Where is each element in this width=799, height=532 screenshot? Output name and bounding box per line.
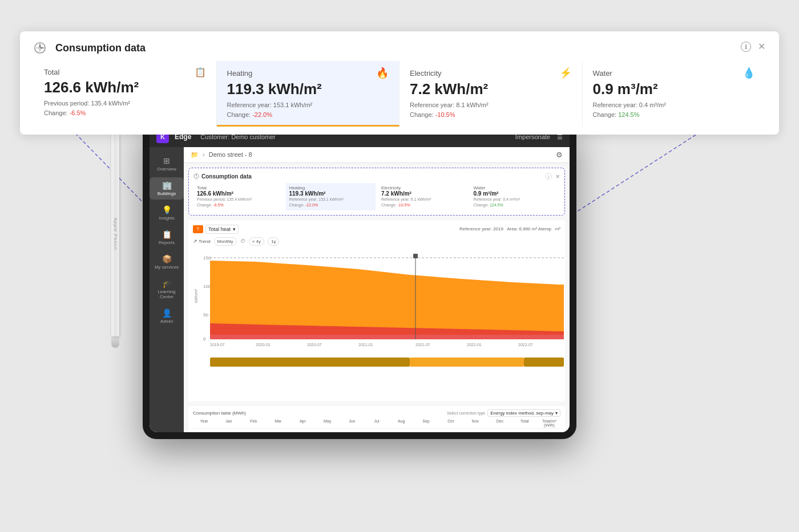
- sidebar-label-myservices: My services: [155, 265, 179, 270]
- svg-text:2022-01: 2022-01: [467, 343, 482, 347]
- tablet-screen: K Edge Customer: Demo customer Impersona…: [150, 127, 570, 432]
- sidebar-item-admin[interactable]: 👤 Admin: [150, 305, 184, 327]
- table-label: Consumption table (MWh): [193, 411, 246, 416]
- top-consumption-panel: Consumption data Total 📋 126.6 kWh/m² Pr…: [20, 31, 779, 135]
- svg-text:2021-01: 2021-01: [358, 343, 373, 347]
- tablet-content: ⊞ Overview 🏢 Buildings 💡 Insights 📋 Repo…: [150, 147, 570, 432]
- ref-year-label-elec: Reference year: 8.1 kWh/m²: [410, 101, 489, 108]
- metric-label-water: Water: [593, 69, 612, 78]
- admin-icon: 👤: [162, 308, 172, 318]
- myservices-icon: 📦: [162, 254, 172, 263]
- mini-label-heating: Heating: [289, 185, 373, 190]
- metric-sub-heating: Reference year: 153.1 kWh/m² Change: -22…: [227, 100, 389, 119]
- sidebar-label-reports: Reports: [159, 240, 175, 245]
- correction-dropdown[interactable]: Energy index method, sep-may ▾: [487, 409, 560, 417]
- mini-label-total: Total: [197, 185, 280, 190]
- panel-content: Consumption data Total 📋 126.6 kWh/m² Pr…: [34, 42, 765, 127]
- reports-icon: 📋: [162, 230, 172, 239]
- sidebar-item-insights[interactable]: 💡 Insights: [150, 202, 184, 224]
- 4y-filter[interactable]: < 4y: [249, 237, 264, 246]
- mini-value-elec: 7.2 kWh/m²: [381, 190, 465, 197]
- chart-type-icon: T: [193, 225, 203, 233]
- col-dec: Dec: [489, 419, 511, 427]
- breadcrumb-separator: ›: [203, 151, 205, 158]
- trend-icon: ↗: [193, 238, 197, 244]
- col-jan: Jan: [217, 419, 240, 427]
- metric-card-electricity: Electricity ⚡ 7.2 kWh/m² Reference year:…: [400, 61, 583, 127]
- mini-sub-total: Previous period: 135.4 kWh/m² Change: -6…: [197, 197, 280, 208]
- sidebar-item-learning[interactable]: 🎓 Learning Center: [150, 275, 184, 303]
- mini-change-total: -6.5%: [213, 203, 223, 207]
- lightning-icon: ⚡: [559, 67, 572, 79]
- sidebar-label-learning: Learning Center: [152, 289, 181, 299]
- mini-metric-heating: Heating 119.3 kWh/m² Reference year: 153…: [286, 183, 376, 210]
- metric-card-heating: Heating 🔥 119.3 kWh/m² Reference year: 1…: [217, 61, 400, 127]
- sidebar-label-insights: Insights: [159, 216, 175, 221]
- metric-sub-electricity: Reference year: 8.1 kWh/m² Change: -10.5…: [410, 100, 572, 119]
- range-selector[interactable]: [193, 355, 567, 369]
- chart-type-dropdown[interactable]: Total heat ▾: [205, 225, 239, 234]
- close-button[interactable]: ✕: [758, 42, 765, 51]
- col-sep: Sep: [415, 419, 437, 427]
- metric-header-water: Water 💧: [593, 67, 756, 79]
- tablet-sidebar: ⊞ Overview 🏢 Buildings 💡 Insights 📋 Repo…: [150, 147, 184, 432]
- mini-label-water: Water: [474, 185, 557, 190]
- chart-meta: Reference year: 2019 Area: 6,960 m² Atem…: [459, 226, 560, 232]
- metric-label-electricity: Electricity: [410, 69, 442, 78]
- pencil: Apple Pencil: [111, 131, 119, 348]
- insights-icon: 💡: [162, 205, 172, 214]
- panel-controls: ℹ ✕: [741, 42, 765, 52]
- mini-change-water: 124.5%: [490, 203, 503, 207]
- mini-value-heating: 119.3 kWh/m²: [289, 190, 373, 197]
- mini-consumption-widget: Consumption data i ✕ Total 126.6 kWh/m²: [188, 168, 565, 216]
- settings-icon[interactable]: ⚙: [556, 151, 563, 159]
- info-button[interactable]: ℹ: [741, 42, 751, 52]
- mini-sub-water: Reference year: 0.4 m³/m² Change: 124.5%: [474, 197, 557, 208]
- correction-type-selector[interactable]: Select correction type Energy index meth…: [447, 409, 560, 417]
- metric-value-total: 126.6 kWh/m²: [44, 79, 206, 96]
- metric-label-total: Total: [44, 68, 59, 76]
- metric-value-electricity: 7.2 kWh/m²: [410, 80, 572, 98]
- chart-area: T Total heat ▾ Reference year: 2019 Area…: [188, 220, 565, 401]
- trend-filter[interactable]: ↗ Trend: [193, 238, 211, 244]
- metric-label-heating: Heating: [227, 69, 253, 78]
- mini-metric-total: Total 126.6 kWh/m² Previous period: 135.…: [193, 183, 284, 210]
- svg-text:2022-07: 2022-07: [518, 343, 533, 347]
- change-value-water: 124.5%: [618, 111, 639, 118]
- mini-close-icon[interactable]: ✕: [555, 173, 560, 180]
- consumption-chart: 150 100 50 0 kWh/m²: [193, 249, 567, 352]
- mini-change-heating: -22.0%: [305, 203, 318, 207]
- dropdown-arrow: ▾: [233, 226, 236, 232]
- svg-text:2020-01: 2020-01: [256, 343, 271, 347]
- mini-widget-title: Consumption data: [193, 173, 252, 180]
- svg-text:2020-07: 2020-07: [307, 343, 322, 347]
- 1y-filter[interactable]: 1y: [268, 237, 279, 246]
- col-total: Total: [514, 419, 536, 427]
- panel-heading: Consumption data: [34, 42, 765, 54]
- learning-icon: 🎓: [162, 279, 172, 288]
- droplet-icon: 💧: [742, 67, 755, 79]
- sidebar-item-buildings[interactable]: 🏢 Buildings: [150, 177, 184, 200]
- svg-text:2021-07: 2021-07: [415, 343, 430, 347]
- ref-year-label-water: Reference year: 0.4 m³/m²: [593, 101, 666, 108]
- sidebar-item-myservices[interactable]: 📦 My services: [150, 251, 184, 273]
- change-label-heating: Change:: [227, 111, 253, 118]
- svg-text:2019-07: 2019-07: [210, 343, 225, 347]
- col-apr: Apr: [292, 419, 314, 427]
- mini-value-water: 0.9 m³/m²: [474, 190, 557, 197]
- col-may: May: [316, 419, 338, 427]
- range-bar-right: [524, 358, 564, 367]
- change-label-water: Change:: [593, 111, 619, 118]
- sidebar-item-overview[interactable]: ⊞ Overview: [150, 153, 184, 175]
- col-year: Year: [193, 419, 215, 427]
- svg-rect-15: [413, 254, 418, 258]
- svg-text:kWh/m²: kWh/m²: [194, 289, 198, 303]
- mini-info-icon[interactable]: i: [545, 173, 552, 180]
- sidebar-item-reports[interactable]: 📋 Reports: [150, 226, 184, 249]
- monthly-filter[interactable]: Monthly: [214, 237, 237, 246]
- svg-text:50: 50: [203, 312, 208, 318]
- change-value-elec: -10.5%: [435, 111, 455, 118]
- pencil-body: Apple Pencil: [111, 131, 119, 336]
- col-jun: Jun: [341, 419, 363, 427]
- pencil-tip: [111, 336, 119, 348]
